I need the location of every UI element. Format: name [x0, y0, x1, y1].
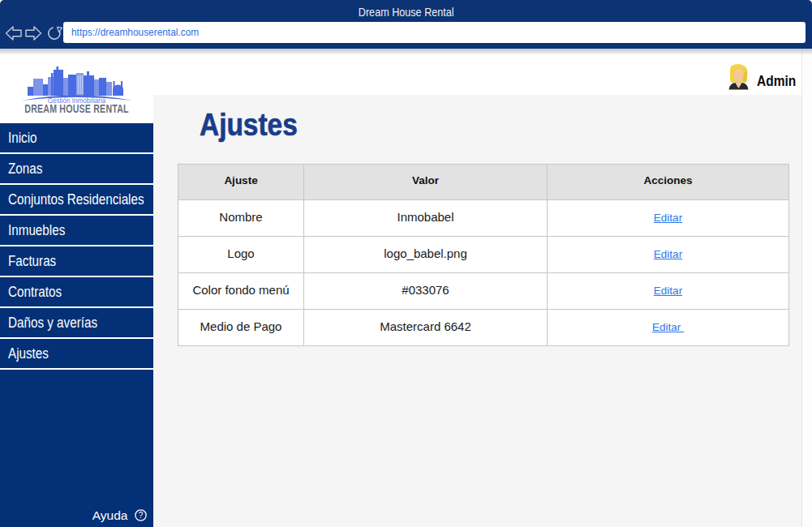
svg-text:?: ? [139, 511, 144, 520]
